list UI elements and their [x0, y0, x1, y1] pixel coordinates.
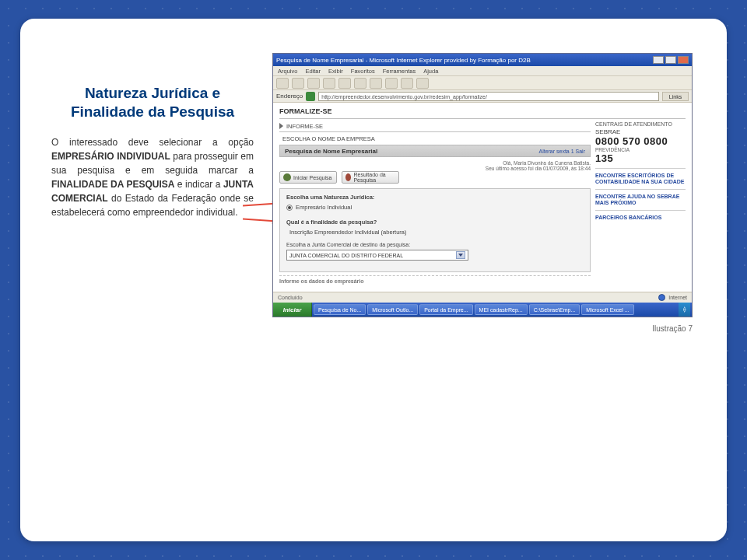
menu-item[interactable]: Arquivo — [278, 68, 297, 75]
band-title: Pesquisa de Nome Empresarial — [285, 148, 377, 155]
home-button[interactable] — [338, 78, 351, 89]
content-row: Natureza Jurídica e Finalidade da Pesqui… — [51, 53, 696, 317]
status-left: Concluído — [278, 295, 303, 300]
step-informe[interactable]: INFORME-SE — [279, 121, 591, 131]
select-value: JUNTA COMERCIAL DO DISTRITO FEDERAL — [289, 253, 403, 258]
taskbar-item[interactable]: Portal da Empre... — [419, 304, 472, 315]
junta-select-wrap: Escolha a Junta Comercial de destino da … — [286, 242, 584, 261]
previdencia-number: 135 — [595, 152, 686, 164]
menu-item[interactable]: Ferramentas — [383, 68, 416, 75]
body-text-part: e indicar a — [174, 179, 223, 190]
back-button[interactable] — [276, 78, 289, 89]
user-meta: Olá, Maria Divonira da Cunena Batista. S… — [279, 160, 591, 171]
menu-item[interactable]: Exibir — [328, 68, 343, 75]
text-column: Natureza Jurídica e Finalidade da Pesqui… — [51, 53, 254, 219]
divider — [595, 189, 686, 190]
stop-button[interactable] — [307, 78, 320, 89]
status-right-text: Internet — [668, 295, 687, 300]
divider — [595, 168, 686, 169]
body-paragraph: O interessado deve selecionar a opção EM… — [51, 135, 254, 219]
divider — [595, 210, 686, 211]
go-icon[interactable] — [306, 92, 315, 101]
taskbar-item[interactable]: C:\Sebrae\Emp... — [529, 304, 580, 315]
label-finalidade: Qual é a finalidade da pesquisa? — [286, 219, 584, 226]
bold-empresario: EMPRESÁRIO INDIVIDUAL — [51, 151, 170, 162]
section-title: Natureza Jurídica e Finalidade da Pesqui… — [51, 84, 254, 121]
taskbar-item[interactable]: Pesquisa de No... — [314, 304, 366, 315]
page-heading-formalize: FORMALIZE-SE — [279, 107, 332, 115]
band-right[interactable]: Alterar sexta 1 Sair — [538, 149, 585, 154]
step-nome[interactable]: ESCOLHA O NOME DA EMPRESA — [279, 134, 591, 143]
history-button[interactable] — [385, 78, 398, 89]
menu-item[interactable]: Ajuda — [423, 68, 438, 75]
status-right: Internet — [658, 294, 687, 301]
section-band: Pesquisa de Nome Empresarial Alterar sex… — [279, 145, 591, 157]
print-button[interactable] — [416, 78, 429, 89]
sidebar-link-contabilidade[interactable]: ENCONTRE ESCRITÓRIOS DE CONTABILIDADE NA… — [595, 173, 686, 185]
body-text-part: O interessado deve selecionar a opção — [51, 137, 254, 148]
menu-item[interactable]: Editar — [305, 68, 321, 75]
step-label: ESCOLHA O NOME DA EMPRESA — [282, 135, 375, 142]
menu-bar: Arquivo Editar Exibir Favoritos Ferramen… — [273, 66, 692, 76]
radio-icon — [286, 205, 293, 211]
chevron-down-icon — [456, 251, 465, 259]
links-button[interactable]: Links — [662, 92, 689, 101]
address-label: Endereço — [276, 93, 303, 100]
close-button[interactable] — [678, 56, 689, 64]
radio-label: Inscrição Empreendedor Individual (abert… — [289, 229, 407, 236]
dashed-divider — [279, 275, 591, 276]
window-titlebar: Pesquisa de Nome Empresarial - Microsoft… — [273, 54, 692, 66]
form-panel: Escolha uma Natureza Jurídica: Empresári… — [279, 188, 591, 272]
play-icon — [283, 173, 291, 181]
radio-finalidade[interactable]: Inscrição Empreendedor Individual (abert… — [286, 229, 584, 236]
forward-button[interactable] — [292, 78, 304, 89]
window-buttons — [653, 56, 689, 64]
sidebar-link-bancos[interactable]: PARCEIROS BANCÁRIOS — [595, 215, 686, 221]
iniciar-pesquisa-button[interactable]: Iniciar Pesquisa — [279, 171, 337, 184]
nav-toolbar — [273, 76, 692, 90]
taskbar-item[interactable]: MEI cadastrRep... — [475, 304, 528, 315]
status-bar: Concluído Internet — [273, 292, 692, 303]
browser-window: Pesquisa de Nome Empresarial - Microsoft… — [272, 53, 693, 317]
radio-natureza[interactable]: Empresário Individual — [286, 204, 584, 211]
previdencia-label: PREVIDÊNCIA — [595, 147, 686, 152]
system-tray[interactable]: ⟠ — [679, 303, 690, 317]
menu-item[interactable]: Favoritos — [351, 68, 375, 75]
figure-caption: Ilustração 7 — [652, 324, 693, 333]
info-sidebar: CENTRAIS DE ATENDIMENTO SEBRAE 0800 570 … — [595, 121, 686, 221]
maximize-button[interactable] — [665, 56, 676, 64]
divider — [279, 118, 686, 119]
junta-select[interactable]: JUNTA COMERCIAL DO DISTRITO FEDERAL — [286, 250, 468, 261]
taskbar-item[interactable]: Microsoft Excel ... — [581, 304, 633, 315]
chevron-right-icon — [279, 123, 283, 129]
btn-label: Resultado da Pesquisa — [353, 172, 395, 183]
tray-icon: ⟠ — [683, 306, 686, 313]
step-label: INFORME-SE — [286, 123, 323, 130]
refresh-button[interactable] — [323, 78, 335, 89]
search-button[interactable] — [354, 78, 366, 89]
btn-label: Iniciar Pesquisa — [293, 175, 331, 180]
sidebar-link-sebrae[interactable]: ENCONTRE AJUDA NO SEBRAE MAIS PRÓXIMO — [595, 194, 686, 206]
taskbar-item[interactable]: Microsoft Outlo... — [367, 304, 418, 315]
minimize-button[interactable] — [653, 56, 664, 64]
start-button[interactable]: Iniciar — [273, 303, 312, 317]
internet-zone-icon — [658, 294, 665, 301]
page-card: Natureza Jurídica e Finalidade da Pesqui… — [20, 19, 727, 541]
taskbar: Iniciar Pesquisa de No... Microsoft Outl… — [273, 303, 692, 317]
next-section-label: Informe os dados do empresário — [279, 278, 364, 284]
resultado-pesquisa-button[interactable]: Resultado da Pesquisa — [342, 171, 399, 184]
label-natureza: Escolha uma Natureza Jurídica: — [286, 194, 584, 201]
label-junta: Escolha a Junta Comercial de destino da … — [286, 242, 584, 247]
screenshot-figure: Pesquisa de Nome Empresarial - Microsoft… — [272, 53, 693, 317]
window-title: Pesquisa de Nome Empresarial - Microsoft… — [276, 57, 531, 64]
radio-label: Empresário Individual — [296, 204, 352, 211]
favorites-button[interactable] — [370, 78, 382, 89]
url-field[interactable]: http://empreendedor.desenvolvimento.gov.… — [318, 92, 659, 101]
sidebar-header: CENTRAIS DE ATENDIMENTO — [595, 121, 686, 127]
meta-right: Olá, Maria Divonira da Cunena Batista. S… — [486, 160, 591, 171]
page-body: FORMALIZE-SE INFORME-SE ESCOLHA O NOME D… — [273, 103, 692, 301]
mail-button[interactable] — [401, 78, 413, 89]
result-icon — [345, 173, 351, 181]
address-bar: Endereço http://empreendedor.desenvolvim… — [273, 90, 692, 103]
divider — [279, 131, 591, 132]
